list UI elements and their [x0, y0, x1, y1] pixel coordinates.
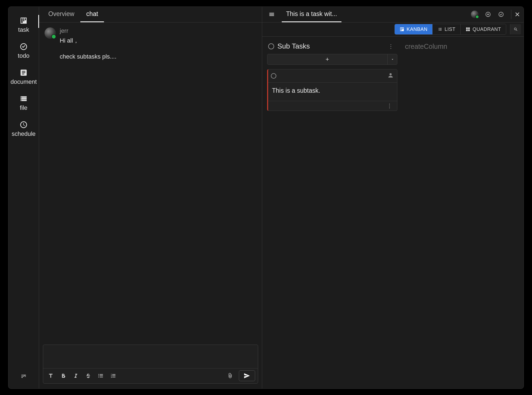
format-bold-button[interactable]: [57, 370, 69, 381]
quadrant-icon: [465, 27, 470, 32]
task-title: This is a task wit...: [286, 10, 337, 18]
message-composer: [43, 345, 258, 384]
chevron-down-icon: [391, 57, 394, 61]
kanban-icon: [20, 17, 28, 25]
format-strike-button[interactable]: [82, 370, 94, 381]
avatar[interactable]: [45, 27, 56, 39]
format-bullet-list-button[interactable]: [95, 370, 107, 381]
card-text: This is a subtask.: [268, 83, 397, 101]
task-pane: This is a task wit... KANBAN LIST: [262, 7, 524, 388]
add-card-button[interactable]: +: [267, 54, 387, 65]
view-segment: KANBAN LIST QUADRANT: [394, 24, 506, 35]
close-button[interactable]: [511, 10, 520, 19]
menu-button[interactable]: [267, 10, 276, 19]
view-label: KANBAN: [407, 27, 427, 32]
numbered-list-icon: [110, 373, 116, 379]
plus-circle-icon: [485, 11, 491, 17]
check-circle-icon: [20, 43, 28, 51]
chat-message: jerr Hi all， check subtasks pls....: [45, 27, 256, 61]
view-kanban[interactable]: KANBAN: [395, 24, 432, 34]
column-title: Sub Tasks: [277, 42, 383, 50]
status-circle-icon[interactable]: [271, 73, 276, 79]
format-text-button[interactable]: [45, 370, 57, 381]
message-line: check subtasks pls....: [60, 52, 116, 61]
avatar[interactable]: [471, 11, 479, 18]
complete-button[interactable]: [496, 10, 506, 19]
sidebar-item-task[interactable]: task: [8, 13, 39, 39]
tab-label: chat: [86, 10, 98, 18]
clock-icon: [20, 121, 28, 129]
message-line: Hi all，: [60, 36, 116, 45]
create-column-button[interactable]: createColumn: [404, 41, 448, 52]
tab-chat[interactable]: chat: [80, 7, 104, 22]
task-title-tab[interactable]: This is a task wit...: [282, 7, 341, 22]
attach-button[interactable]: [224, 370, 236, 381]
sidebar-item-todo[interactable]: todo: [8, 39, 39, 65]
paperclip-icon: [227, 373, 233, 379]
add-card-dropdown[interactable]: [387, 54, 397, 65]
view-list[interactable]: LIST: [432, 24, 460, 34]
composer-toolbar: [43, 368, 258, 383]
tune-icon: [21, 373, 27, 379]
send-button[interactable]: [239, 370, 255, 381]
check-circle-icon: [498, 11, 504, 17]
sidebar-item-schedule[interactable]: schedule: [8, 117, 39, 143]
add-button[interactable]: [483, 10, 493, 19]
add-card-row: +: [267, 54, 397, 65]
format-numbered-list-button[interactable]: [107, 370, 119, 381]
storage-icon: [20, 95, 28, 103]
kanban-icon: [400, 27, 404, 32]
tab-label: Overview: [48, 10, 74, 18]
sidebar-item-label: schedule: [12, 130, 36, 137]
status-circle-icon[interactable]: [268, 43, 274, 49]
view-label: QUADRANT: [473, 27, 501, 32]
chat-body: jerr Hi all， check subtasks pls....: [39, 23, 262, 341]
sidebar-item-document[interactable]: document: [8, 65, 39, 91]
card-menu-button[interactable]: ⋮: [385, 101, 394, 110]
person-icon: [387, 72, 394, 79]
sidebar-item-label: todo: [18, 52, 30, 59]
bold-icon: [60, 373, 66, 379]
assignee-button[interactable]: [387, 72, 394, 80]
strikethrough-icon: [85, 373, 91, 379]
create-column-label: createColumn: [405, 43, 447, 50]
app-frame: task todo document file schedule Overvie…: [8, 7, 524, 389]
sidebar: task todo document file schedule: [8, 7, 39, 388]
column-header: Sub Tasks ⋮: [267, 41, 397, 54]
view-toolbar: KANBAN LIST QUADRANT: [262, 23, 524, 37]
menu-icon: [269, 11, 275, 17]
bullet-list-icon: [98, 373, 104, 379]
text-icon: [48, 373, 54, 379]
tab-overview[interactable]: Overview: [42, 7, 80, 22]
view-quadrant[interactable]: QUADRANT: [460, 24, 506, 34]
view-label: LIST: [445, 27, 455, 32]
italic-icon: [73, 373, 79, 379]
task-header: This is a task wit...: [262, 7, 524, 23]
search-icon: [513, 27, 518, 32]
kanban-column: Sub Tasks ⋮ + This is a subtask. ⋮: [267, 41, 397, 111]
format-italic-button[interactable]: [70, 370, 82, 381]
column-menu-button[interactable]: ⋮: [386, 42, 396, 51]
sidebar-item-file[interactable]: file: [8, 91, 39, 117]
sidebar-item-label: document: [11, 78, 37, 85]
message-username: jerr: [60, 27, 116, 34]
search-button[interactable]: [510, 24, 521, 34]
sidebar-item-label: file: [20, 104, 27, 111]
close-icon: [514, 11, 520, 17]
sidebar-item-label: task: [18, 26, 29, 33]
chat-tabbar: Overview chat: [39, 7, 262, 23]
settings-sliders-button[interactable]: [18, 371, 30, 381]
document-icon: [20, 69, 28, 77]
kanban-card[interactable]: This is a subtask. ⋮: [267, 69, 397, 111]
send-icon: [243, 372, 251, 380]
kanban-board: Sub Tasks ⋮ + This is a subtask. ⋮: [262, 37, 524, 388]
chat-pane: Overview chat jerr Hi all， check subtask…: [39, 7, 262, 388]
message-input[interactable]: [43, 345, 258, 368]
list-icon: [438, 27, 442, 32]
